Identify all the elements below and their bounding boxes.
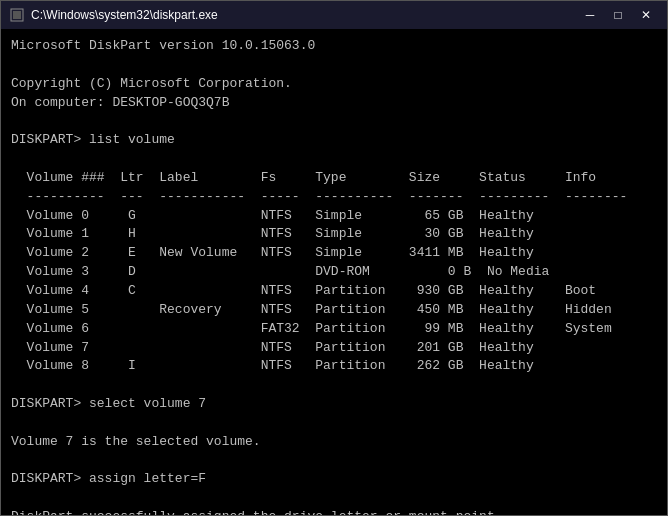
close-button[interactable]: ✕ bbox=[633, 5, 659, 25]
titlebar-left: C:\Windows\system32\diskpart.exe bbox=[9, 7, 218, 23]
console-output: Microsoft DiskPart version 10.0.15063.0 … bbox=[1, 29, 667, 515]
app-icon bbox=[9, 7, 25, 23]
titlebar: C:\Windows\system32\diskpart.exe ─ □ ✕ bbox=[1, 1, 667, 29]
window-controls[interactable]: ─ □ ✕ bbox=[577, 5, 659, 25]
svg-rect-1 bbox=[13, 11, 21, 19]
minimize-button[interactable]: ─ bbox=[577, 5, 603, 25]
window-title: C:\Windows\system32\diskpart.exe bbox=[31, 8, 218, 22]
main-window: C:\Windows\system32\diskpart.exe ─ □ ✕ M… bbox=[0, 0, 668, 516]
maximize-button[interactable]: □ bbox=[605, 5, 631, 25]
console-text: Microsoft DiskPart version 10.0.15063.0 … bbox=[11, 37, 657, 515]
